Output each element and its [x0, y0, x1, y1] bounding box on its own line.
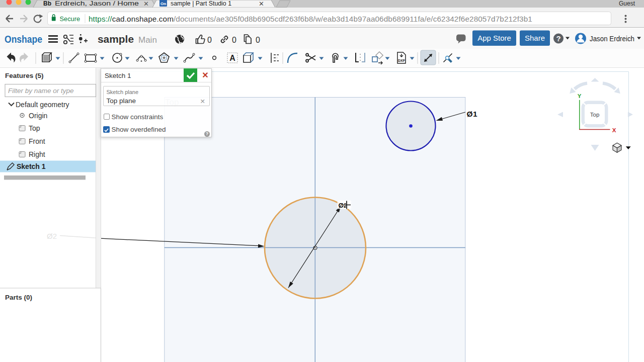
svg-text:0: 0 — [232, 36, 236, 44]
svg-text:Features (5): Features (5) — [5, 72, 44, 79]
svg-text:Share: Share — [525, 34, 545, 42]
svg-text:sample | Part Studio 1: sample | Part Studio 1 — [171, 0, 231, 7]
svg-text:✕: ✕ — [143, 0, 149, 8]
svg-text:Erdreich, Jason / Home: Erdreich, Jason / Home — [55, 0, 139, 7]
svg-text:?: ? — [556, 34, 560, 43]
svg-text:sample: sample — [98, 34, 134, 45]
svg-text:✕: ✕ — [259, 0, 264, 8]
svg-text:0: 0 — [207, 36, 212, 44]
svg-text:X: X — [612, 127, 616, 133]
svg-text:Secure: Secure — [60, 15, 80, 23]
svg-text:Jason Erdreich: Jason Erdreich — [590, 34, 634, 43]
svg-text:https://cad.onshape.com/docume: https://cad.onshape.com/documents/ae305f… — [89, 15, 532, 23]
svg-text:Onshape: Onshape — [5, 33, 42, 45]
svg-text:Default geometry: Default geometry — [16, 101, 69, 109]
svg-text:Top: Top — [590, 112, 600, 118]
svg-text:Ø1: Ø1 — [467, 110, 478, 118]
svg-text:App Store: App Store — [477, 34, 511, 42]
svg-text:Sketch 1: Sketch 1 — [17, 162, 46, 170]
svg-text:Guest: Guest — [619, 0, 635, 7]
svg-text:Ø2: Ø2 — [47, 232, 57, 240]
svg-text:Front: Front — [29, 137, 45, 145]
svg-text:Y: Y — [578, 93, 582, 99]
svg-text:Origin: Origin — [29, 112, 47, 120]
svg-text:Top: Top — [29, 124, 40, 132]
svg-text:Filter by name or type: Filter by name or type — [8, 87, 74, 95]
svg-text:DXF: DXF — [398, 59, 406, 62]
svg-text:Parts (0): Parts (0) — [5, 294, 32, 301]
svg-text:Bb: Bb — [43, 0, 51, 7]
svg-text:Main: Main — [138, 35, 157, 45]
svg-text:A: A — [229, 54, 235, 62]
svg-text:Right: Right — [29, 150, 45, 158]
svg-text:0: 0 — [256, 36, 260, 44]
svg-text:On: On — [160, 2, 166, 6]
